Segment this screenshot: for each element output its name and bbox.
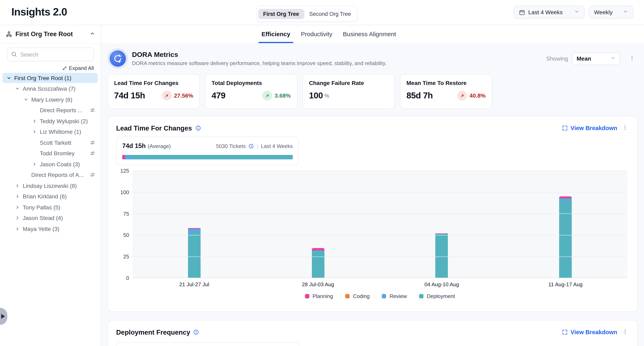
tree-item-brian-kirkland-6[interactable]: Brian Kirkland (6) <box>2 191 98 202</box>
gridline <box>132 278 627 278</box>
metric-title: Mean Time To Restore <box>406 80 486 86</box>
info-icon[interactable] <box>195 125 201 131</box>
tree-item-label: Brian Kirkland (6) <box>23 193 98 200</box>
deployment-frequency-title: Deployment Frequency <box>116 328 190 336</box>
summary-qualifier: (Average) <box>148 143 171 149</box>
view-breakdown-link[interactable]: View Breakdown <box>562 125 617 131</box>
search-input[interactable] <box>7 48 94 61</box>
filter-sliders-icon[interactable] <box>90 150 96 156</box>
view-breakdown-label: View Breakdown <box>570 329 617 335</box>
bar-segment-deployment <box>188 233 200 278</box>
summary-tickets: 5030 Tickets <box>216 143 246 149</box>
deployment-summary-card <box>116 342 300 346</box>
tree-item-first-org-tree-root-1[interactable]: First Org Tree Root (1) <box>2 73 98 83</box>
bar-segment-review <box>188 229 200 233</box>
dora-header: DORA Metrics DORA metrics measure softwa… <box>108 50 638 68</box>
bar-column-11-aug-17-aug <box>504 171 628 278</box>
trend-up-icon <box>460 93 464 98</box>
chevron-down-icon <box>15 86 20 91</box>
tree-item-direct-reports[interactable]: Direct Reports ... <box>2 105 98 115</box>
tree-item-teddy-wylupski-2[interactable]: Teddy Wylupski (2) <box>2 116 98 126</box>
showing-label: Showing <box>546 55 568 62</box>
legend-item-review: Review <box>382 293 407 299</box>
legend-item-planning: Planning <box>305 293 333 299</box>
showing-value: Mean <box>576 55 591 62</box>
app-root: Insights 2.0 First Org Tree Second Org T… <box>0 0 644 346</box>
x-tick-label: 04 Aug-10 Aug <box>380 281 504 287</box>
main-content: EfficiencyProductivityBusiness Alignment… <box>101 25 644 346</box>
expand-all-button[interactable]: Expand All <box>62 65 94 71</box>
filter-sliders-icon[interactable] <box>90 172 96 178</box>
chevron-right-icon <box>15 216 20 220</box>
chevron-right-icon <box>15 194 20 199</box>
toggle-first-org-tree[interactable]: First Org Tree <box>258 9 304 19</box>
tree-item-label: Direct Reports of A... <box>31 171 86 178</box>
date-range-select[interactable]: Last 4 Weeks <box>514 6 585 19</box>
chevron-down-icon <box>611 55 616 62</box>
tree-item-todd-bromley[interactable]: Todd Bromley <box>2 148 98 158</box>
chevron-down-icon <box>24 97 28 102</box>
tab-efficiency[interactable]: Efficiency <box>261 25 291 43</box>
metric-card-lead-time-for-changes: Lead Time For Changes 74d 15h27.56% <box>108 74 200 109</box>
metric-title: Total Deployments <box>212 80 291 86</box>
tree-item-tony-pallas-5[interactable]: Tony Pallas (5) <box>2 202 98 212</box>
phase-segment-planning <box>122 155 125 159</box>
chevron-down-icon <box>623 9 628 16</box>
tree-item-direct-reports-of-a[interactable]: Direct Reports of A... <box>2 170 98 180</box>
expand-all-label: Expand All <box>69 65 94 71</box>
lead-time-title: Lead Time For Changes <box>116 124 192 132</box>
date-range-value: Last 4 Weeks <box>528 9 562 16</box>
x-tick-label: 28 Jul-03 Aug <box>256 281 380 287</box>
gridline <box>132 214 627 214</box>
tree-item-anna-scozzafava-7[interactable]: Anna Scozzafava (7) <box>2 84 98 94</box>
info-icon[interactable] <box>194 329 199 335</box>
bar-column-04-aug-10-aug <box>380 171 504 278</box>
metric-title: Change Failure Rate <box>309 80 388 86</box>
tree-item-lindsay-liszewski-8[interactable]: Lindsay Liszewski (8) <box>2 181 98 191</box>
org-sidebar: First Org Tree Root Expand All First Org… <box>0 25 101 346</box>
deployment-kebab-menu-icon[interactable] <box>621 327 629 337</box>
org-tree-toggle: First Org Tree Second Org Tree <box>257 6 358 22</box>
tree-item-jason-stead-4[interactable]: Jason Stead (4) <box>2 213 98 223</box>
lead-time-kebab-menu-icon[interactable] <box>621 123 629 133</box>
sidebar-header[interactable]: First Org Tree Root <box>0 25 101 44</box>
delta-value: 27.56% <box>174 92 193 99</box>
tree-item-mary-lowery-6[interactable]: Mary Lowery (6) <box>2 94 98 104</box>
chart-x-axis: 21 Jul-27 Jul28 Jul-03 Aug04 Aug-10 Aug1… <box>132 281 627 287</box>
metric-value: 85d 7h <box>406 91 433 100</box>
toggle-second-org-tree[interactable]: Second Org Tree <box>304 9 356 19</box>
metric-card-change-failure-rate: Change Failure Rate 100% <box>302 74 395 109</box>
tree-item-label: Liz Whittome (1) <box>40 128 98 135</box>
tree-item-label: Mary Lowery (6) <box>31 96 98 103</box>
tree-item-maya-yette-3[interactable]: Maya Yette (3) <box>2 224 98 234</box>
org-tree: First Org Tree Root (1)Anna Scozzafava (… <box>0 73 101 234</box>
showing-select[interactable]: Mean <box>572 52 620 65</box>
expand-all-icon <box>62 66 67 71</box>
tree-item-label: Todd Bromley <box>40 150 86 156</box>
tree-item-scott-tarkett[interactable]: Scott Tarkett <box>2 137 98 148</box>
page-title: Insights 2.0 <box>11 6 67 18</box>
summary-period: Last 4 Weeks <box>261 143 293 149</box>
tree-item-label: Scott Tarkett <box>40 139 86 146</box>
chevron-right-icon <box>15 183 20 188</box>
tree-item-jason-coats-3[interactable]: Jason Coats (3) <box>2 159 98 169</box>
tab-business-alignment[interactable]: Business Alignment <box>342 25 397 43</box>
legend-label: Planning <box>312 293 333 299</box>
dora-kebab-menu-icon[interactable] <box>628 54 636 63</box>
chevron-right-icon <box>32 162 37 166</box>
summary-value: 74d 15h <box>122 142 146 150</box>
trend-badge: 3.68% <box>262 91 291 100</box>
info-icon[interactable] <box>248 143 254 149</box>
gridline <box>132 192 627 193</box>
chevron-right-icon <box>32 129 37 134</box>
chevron-up-icon[interactable] <box>90 30 95 38</box>
legend-item-coding: Coding <box>345 293 370 299</box>
tree-item-liz-whittome-1[interactable]: Liz Whittome (1) <box>2 127 98 137</box>
legend-label: Deployment <box>427 293 455 299</box>
tab-productivity[interactable]: Productivity <box>300 25 333 43</box>
tree-item-label: Direct Reports ... <box>40 107 86 113</box>
filter-sliders-icon[interactable] <box>90 107 96 113</box>
filter-sliders-icon[interactable] <box>90 140 96 145</box>
view-breakdown-link[interactable]: View Breakdown <box>562 329 617 335</box>
granularity-select[interactable]: Weekly <box>589 6 634 19</box>
